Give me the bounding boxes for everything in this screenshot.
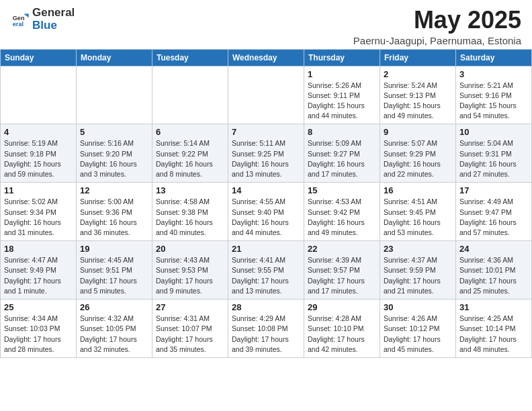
day-info: Sunrise: 4:32 AM Sunset: 10:05 PM Daylig… (80, 314, 148, 355)
day-cell: 12Sunrise: 5:00 AM Sunset: 9:36 PM Dayli… (77, 183, 152, 241)
title-block: May 2025 Paernu-Jaagupi, Paernumaa, Esto… (353, 7, 521, 46)
day-cell: 18Sunrise: 4:47 AM Sunset: 9:49 PM Dayli… (1, 241, 77, 300)
weekday-header-thursday: Thursday (304, 49, 380, 66)
day-number: 14 (232, 185, 300, 195)
day-cell: 25Sunrise: 4:34 AM Sunset: 10:03 PM Dayl… (1, 300, 77, 358)
day-cell: 30Sunrise: 4:26 AM Sunset: 10:12 PM Dayl… (380, 300, 456, 358)
day-number: 22 (308, 244, 376, 254)
day-number: 11 (4, 185, 73, 195)
day-number: 16 (384, 185, 452, 195)
day-info: Sunrise: 4:55 AM Sunset: 9:40 PM Dayligh… (232, 197, 300, 238)
day-info: Sunrise: 4:49 AM Sunset: 9:47 PM Dayligh… (459, 197, 528, 238)
day-info: Sunrise: 5:16 AM Sunset: 9:20 PM Dayligh… (80, 138, 148, 179)
weekday-header-saturday: Saturday (456, 49, 532, 66)
day-number: 20 (156, 244, 224, 254)
day-number: 29 (308, 302, 376, 312)
weekday-header-monday: Monday (77, 49, 152, 66)
weekday-header-friday: Friday (380, 49, 456, 66)
day-cell: 28Sunrise: 4:29 AM Sunset: 10:08 PM Dayl… (228, 300, 304, 358)
day-number: 9 (384, 127, 452, 137)
day-cell: 19Sunrise: 4:45 AM Sunset: 9:51 PM Dayli… (77, 241, 152, 300)
day-info: Sunrise: 4:43 AM Sunset: 9:53 PM Dayligh… (156, 255, 224, 296)
day-cell: 5Sunrise: 5:16 AM Sunset: 9:20 PM Daylig… (77, 124, 152, 183)
day-number: 24 (459, 244, 528, 254)
logo-icon: Gen eral (11, 10, 30, 29)
day-number: 1 (308, 69, 376, 79)
day-number: 3 (459, 69, 528, 79)
day-info: Sunrise: 4:25 AM Sunset: 10:14 PM Daylig… (459, 314, 528, 355)
day-info: Sunrise: 4:37 AM Sunset: 9:59 PM Dayligh… (384, 255, 452, 296)
day-cell: 15Sunrise: 4:53 AM Sunset: 9:42 PM Dayli… (304, 183, 380, 241)
day-info: Sunrise: 4:31 AM Sunset: 10:07 PM Daylig… (156, 314, 224, 355)
day-cell (77, 66, 152, 124)
day-cell: 11Sunrise: 5:02 AM Sunset: 9:34 PM Dayli… (1, 183, 77, 241)
day-number: 30 (384, 302, 452, 312)
logo-blue-text: Blue (32, 19, 75, 32)
day-info: Sunrise: 5:19 AM Sunset: 9:18 PM Dayligh… (4, 138, 73, 179)
page-header: Gen eral General Blue May 2025 Paernu-Ja… (0, 0, 532, 49)
day-info: Sunrise: 4:41 AM Sunset: 9:55 PM Dayligh… (232, 255, 300, 296)
day-cell: 1Sunrise: 5:26 AM Sunset: 9:11 PM Daylig… (304, 66, 380, 124)
day-cell: 14Sunrise: 4:55 AM Sunset: 9:40 PM Dayli… (228, 183, 304, 241)
day-number: 15 (308, 185, 376, 195)
day-cell: 10Sunrise: 5:04 AM Sunset: 9:31 PM Dayli… (456, 124, 532, 183)
day-cell: 27Sunrise: 4:31 AM Sunset: 10:07 PM Dayl… (152, 300, 228, 358)
day-cell: 31Sunrise: 4:25 AM Sunset: 10:14 PM Dayl… (456, 300, 532, 358)
day-info: Sunrise: 4:51 AM Sunset: 9:45 PM Dayligh… (384, 197, 452, 238)
day-cell: 22Sunrise: 4:39 AM Sunset: 9:57 PM Dayli… (304, 241, 380, 300)
weekday-header-tuesday: Tuesday (152, 49, 228, 66)
day-cell: 9Sunrise: 5:07 AM Sunset: 9:29 PM Daylig… (380, 124, 456, 183)
day-number: 31 (459, 302, 528, 312)
day-cell: 3Sunrise: 5:21 AM Sunset: 9:16 PM Daylig… (456, 66, 532, 124)
day-info: Sunrise: 5:00 AM Sunset: 9:36 PM Dayligh… (80, 197, 148, 238)
day-info: Sunrise: 4:26 AM Sunset: 10:12 PM Daylig… (384, 314, 452, 355)
day-cell: 24Sunrise: 4:36 AM Sunset: 10:01 PM Dayl… (456, 241, 532, 300)
day-cell (152, 66, 228, 124)
day-info: Sunrise: 4:34 AM Sunset: 10:03 PM Daylig… (4, 314, 73, 355)
logo-general-text: General (32, 7, 75, 19)
day-number: 10 (459, 127, 528, 137)
weekday-header-sunday: Sunday (1, 49, 77, 66)
calendar-table: SundayMondayTuesdayWednesdayThursdayFrid… (0, 49, 532, 358)
day-number: 21 (232, 244, 300, 254)
day-cell: 29Sunrise: 4:28 AM Sunset: 10:10 PM Dayl… (304, 300, 380, 358)
day-cell (228, 66, 304, 124)
day-info: Sunrise: 4:53 AM Sunset: 9:42 PM Dayligh… (308, 197, 376, 238)
day-cell: 23Sunrise: 4:37 AM Sunset: 9:59 PM Dayli… (380, 241, 456, 300)
day-info: Sunrise: 5:24 AM Sunset: 9:13 PM Dayligh… (384, 81, 452, 122)
day-info: Sunrise: 4:36 AM Sunset: 10:01 PM Daylig… (459, 255, 528, 296)
day-number: 4 (4, 127, 73, 137)
day-number: 13 (156, 185, 224, 195)
day-info: Sunrise: 5:07 AM Sunset: 9:29 PM Dayligh… (384, 138, 452, 179)
day-number: 12 (80, 185, 148, 195)
logo-text: General Blue (32, 7, 75, 32)
day-number: 2 (384, 69, 452, 79)
day-cell: 16Sunrise: 4:51 AM Sunset: 9:45 PM Dayli… (380, 183, 456, 241)
day-info: Sunrise: 5:04 AM Sunset: 9:31 PM Dayligh… (459, 138, 528, 179)
week-row-1: 1Sunrise: 5:26 AM Sunset: 9:11 PM Daylig… (1, 66, 532, 124)
weekday-header-wednesday: Wednesday (228, 49, 304, 66)
day-info: Sunrise: 4:47 AM Sunset: 9:49 PM Dayligh… (4, 255, 73, 296)
day-number: 26 (80, 302, 148, 312)
week-row-5: 25Sunrise: 4:34 AM Sunset: 10:03 PM Dayl… (1, 300, 532, 358)
day-number: 7 (232, 127, 300, 137)
calendar-subtitle: Paernu-Jaagupi, Paernumaa, Estonia (353, 35, 521, 46)
calendar-title: May 2025 (353, 7, 521, 34)
day-cell: 7Sunrise: 5:11 AM Sunset: 9:25 PM Daylig… (228, 124, 304, 183)
day-info: Sunrise: 4:58 AM Sunset: 9:38 PM Dayligh… (156, 197, 224, 238)
day-number: 27 (156, 302, 224, 312)
day-cell: 2Sunrise: 5:24 AM Sunset: 9:13 PM Daylig… (380, 66, 456, 124)
day-number: 25 (4, 302, 73, 312)
day-cell (1, 66, 77, 124)
day-number: 8 (308, 127, 376, 137)
day-cell: 26Sunrise: 4:32 AM Sunset: 10:05 PM Dayl… (77, 300, 152, 358)
day-number: 19 (80, 244, 148, 254)
week-row-4: 18Sunrise: 4:47 AM Sunset: 9:49 PM Dayli… (1, 241, 532, 300)
day-info: Sunrise: 5:21 AM Sunset: 9:16 PM Dayligh… (459, 81, 528, 122)
day-info: Sunrise: 5:26 AM Sunset: 9:11 PM Dayligh… (308, 81, 376, 122)
day-cell: 4Sunrise: 5:19 AM Sunset: 9:18 PM Daylig… (1, 124, 77, 183)
week-row-2: 4Sunrise: 5:19 AM Sunset: 9:18 PM Daylig… (1, 124, 532, 183)
day-number: 23 (384, 244, 452, 254)
day-info: Sunrise: 5:11 AM Sunset: 9:25 PM Dayligh… (232, 138, 300, 179)
day-info: Sunrise: 4:29 AM Sunset: 10:08 PM Daylig… (232, 314, 300, 355)
